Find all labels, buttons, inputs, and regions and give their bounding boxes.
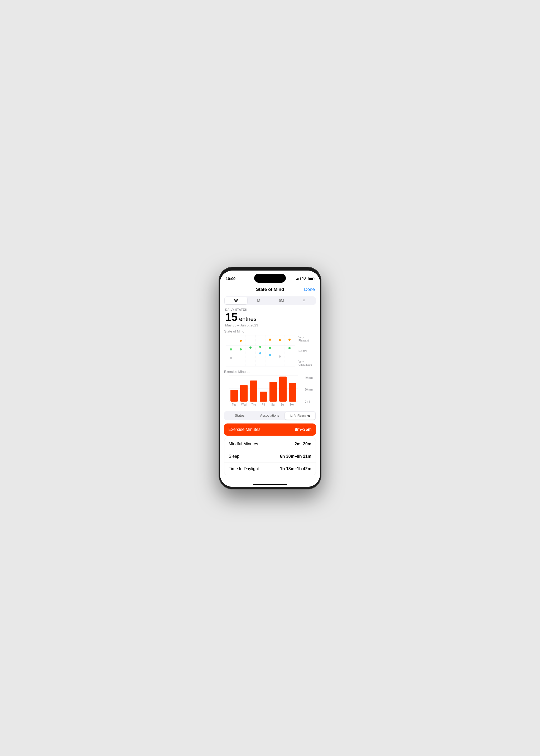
done-button[interactable]: Done: [304, 287, 315, 292]
exercise-minutes-row[interactable]: Exercise Minutes 9m–35m: [224, 424, 316, 436]
svg-point-22: [289, 338, 291, 341]
svg-point-20: [279, 339, 281, 341]
svg-point-10: [230, 348, 232, 350]
y-label-40min: 40 min: [305, 376, 316, 379]
svg-point-18: [269, 347, 271, 349]
mind-chart-svg: [224, 335, 297, 366]
exercise-chart-title: Exercise Minutes: [224, 370, 316, 374]
sleep-row[interactable]: Sleep 6h 30m–8h 21m: [224, 450, 316, 463]
tab-life-factors[interactable]: Life Factors: [285, 412, 315, 420]
svg-rect-32: [279, 377, 287, 402]
svg-text:Tue: Tue: [232, 403, 236, 406]
mind-chart-section: State of Mind: [220, 329, 320, 368]
svg-rect-28: [240, 385, 248, 402]
svg-point-19: [269, 354, 271, 356]
tab-associations[interactable]: Associations: [255, 412, 285, 420]
y-label-neutral: Neutral: [299, 350, 316, 353]
y-label-very-pleasant: VeryPleasant: [299, 336, 316, 342]
signal-bar-1: [296, 279, 297, 280]
battery-icon: [308, 277, 314, 280]
daylight-label: Time In Daylight: [229, 466, 259, 471]
svg-point-13: [240, 348, 242, 350]
svg-point-12: [240, 340, 242, 342]
status-time: 10:09: [226, 276, 235, 281]
svg-rect-30: [260, 392, 267, 402]
sleep-value: 6h 30m–8h 21m: [280, 454, 311, 459]
svg-point-21: [279, 355, 281, 358]
svg-point-16: [259, 346, 261, 348]
segment-control[interactable]: States Associations Life Factors: [224, 411, 316, 420]
status-right-icons: [296, 277, 314, 281]
svg-rect-31: [269, 382, 277, 402]
svg-point-15: [259, 352, 261, 354]
exercise-minutes-label: Exercise Minutes: [228, 427, 260, 432]
svg-text:Mon: Mon: [290, 403, 295, 406]
phone-screen: 10:09: [220, 271, 320, 487]
tab-states[interactable]: States: [225, 412, 255, 420]
stats-section-label: DAILY STATES: [225, 308, 315, 311]
svg-rect-29: [250, 381, 257, 402]
tab-year[interactable]: Y: [293, 297, 315, 304]
y-label-20min: 20 min: [305, 388, 316, 391]
svg-text:Fri: Fri: [262, 403, 265, 406]
home-indicator: [253, 484, 287, 485]
mindful-minutes-value: 2m–20m: [295, 442, 311, 446]
mindful-minutes-label: Mindful Minutes: [229, 442, 258, 446]
time-range-tabs[interactable]: W M 6M Y: [224, 297, 316, 305]
tab-6month[interactable]: 6M: [270, 297, 293, 304]
battery-fill: [309, 278, 313, 280]
stats-section: DAILY STATES 15 entries May 30 – Jun 5, …: [220, 307, 320, 327]
phone-device: 10:09: [218, 267, 322, 489]
exercise-chart-svg: Tue Wed Thu Fri Sat Sun Mon: [224, 375, 303, 407]
svg-text:Sun: Sun: [281, 403, 285, 406]
svg-rect-33: [289, 383, 296, 402]
app-content[interactable]: State of Mind Done W M 6M Y DAILY STATES…: [220, 284, 320, 487]
svg-point-11: [230, 357, 232, 359]
entries-count: 15: [225, 312, 237, 323]
daylight-value: 1h 18m–1h 42m: [280, 466, 311, 471]
wifi-icon: [302, 277, 306, 281]
exercise-chart-section: Exercise Minutes: [220, 370, 320, 408]
life-factors-section: Exercise Minutes 9m–35m Mindful Minutes …: [220, 424, 320, 486]
svg-point-17: [269, 338, 271, 341]
dynamic-island: [254, 274, 286, 283]
signal-icon: [296, 277, 301, 280]
sleep-label: Sleep: [229, 454, 239, 459]
app-header: State of Mind Done: [220, 284, 320, 294]
entries-unit: entries: [239, 315, 257, 322]
stats-count-row: 15 entries: [225, 312, 315, 323]
y-label-very-unpleasant: VeryUnpleasant: [299, 360, 316, 366]
svg-rect-27: [230, 390, 238, 402]
tab-month[interactable]: M: [247, 297, 270, 304]
svg-text:Wed: Wed: [241, 403, 246, 406]
date-range: May 30 – Jun 5, 2023: [225, 323, 315, 327]
signal-bar-3: [299, 278, 299, 280]
page-title: State of Mind: [256, 287, 284, 292]
factors-card: Mindful Minutes 2m–20m Sleep 6h 30m–8h 2…: [224, 438, 316, 475]
svg-text:Sat: Sat: [271, 403, 275, 406]
signal-bar-4: [300, 277, 301, 280]
svg-point-14: [249, 346, 251, 349]
y-label-0min: 0 min: [305, 400, 316, 403]
mind-chart-title: State of Mind: [224, 329, 316, 333]
signal-bar-2: [297, 279, 298, 280]
svg-text:Thu: Thu: [251, 403, 256, 406]
mindful-minutes-row[interactable]: Mindful Minutes 2m–20m: [224, 438, 316, 450]
status-bar: 10:09: [220, 271, 320, 284]
exercise-minutes-value: 9m–35m: [295, 427, 312, 432]
tab-week[interactable]: W: [225, 297, 247, 304]
svg-point-23: [289, 347, 291, 349]
daylight-row[interactable]: Time In Daylight 1h 18m–1h 42m: [224, 463, 316, 475]
